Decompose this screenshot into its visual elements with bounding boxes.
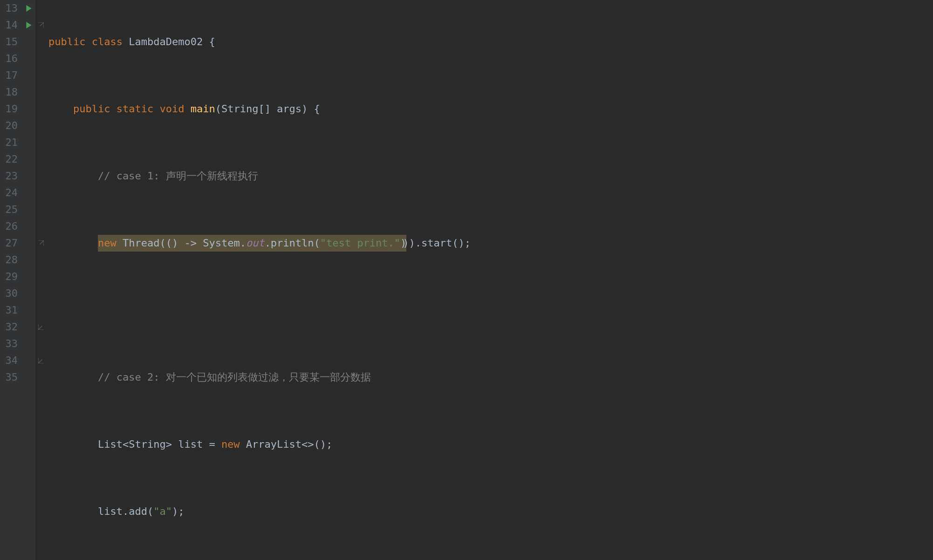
string-token: "test print." (320, 237, 400, 249)
line-number: 32 (3, 319, 18, 335)
code-text: .println( (265, 237, 320, 249)
keyword-token: public (48, 34, 85, 50)
code-text: Thread(() -> System. (123, 237, 246, 249)
code-line[interactable]: // case 1: 声明一个新线程执行 (48, 168, 933, 184)
code-line[interactable]: List<String> list = new ArrayList<>(); (48, 436, 933, 453)
line-number: 13 (3, 0, 18, 17)
line-number: 14 (3, 17, 18, 34)
class-name-token: LambdaDemo02 (129, 34, 203, 50)
fold-close-icon[interactable] (35, 319, 47, 335)
keyword-token: new (98, 237, 117, 249)
code-text: ArrayList<>(); (240, 436, 333, 453)
line-number: 16 (3, 50, 18, 67)
run-line-icon[interactable] (22, 0, 35, 17)
code-line[interactable] (48, 302, 933, 319)
line-number: 27 (3, 235, 18, 252)
brace-token: { (209, 34, 215, 50)
fold-close-icon[interactable] (35, 352, 47, 369)
code-text: List<String> list = (98, 436, 221, 453)
run-line-icon[interactable] (22, 17, 35, 34)
line-number: 28 (3, 252, 18, 268)
keyword-token: public (73, 101, 110, 117)
code-area[interactable]: public class LambdaDemo02 { public stati… (47, 0, 933, 560)
keyword-token: new (221, 436, 240, 453)
svg-marker-1 (26, 22, 31, 28)
code-line[interactable]: public static void main(String[] args) { (48, 101, 933, 117)
line-number: 30 (3, 285, 18, 302)
code-line[interactable]: // case 2: 对一个已知的列表做过滤，只要某一部分数据 (48, 369, 933, 386)
line-number: 31 (3, 302, 18, 319)
fold-open-icon[interactable] (35, 235, 47, 252)
keyword-token: static (117, 101, 153, 117)
line-number: 21 (3, 134, 18, 151)
line-number: 22 (3, 151, 18, 168)
keyword-token: void (159, 101, 184, 117)
run-gutter (22, 0, 35, 560)
svg-marker-0 (26, 5, 31, 12)
code-line[interactable]: public class LambdaDemo02 { (48, 34, 933, 50)
field-token: out (246, 237, 265, 249)
line-number: 19 (3, 101, 18, 117)
code-line[interactable]: list.add("a"); (48, 503, 933, 520)
line-number: 17 (3, 67, 18, 84)
method-name-token: main (191, 101, 215, 117)
comment-token: // case 2: 对一个已知的列表做过滤，只要某一部分数据 (98, 369, 371, 386)
line-number: 24 (3, 184, 18, 201)
line-number: 26 (3, 218, 18, 235)
line-number: 20 (3, 117, 18, 134)
comment-token: // case 1: 声明一个新线程执行 (98, 168, 258, 184)
code-line[interactable]: new Thread(() -> System.out.println("tes… (48, 235, 933, 252)
line-number: 25 (3, 201, 18, 218)
fold-gutter (35, 0, 47, 560)
line-number: 29 (3, 268, 18, 285)
line-number: 33 (3, 335, 18, 352)
line-number: 18 (3, 84, 18, 101)
line-number: 23 (3, 168, 18, 184)
keyword-token: class (92, 34, 123, 50)
code-text: )).start(); (403, 235, 471, 252)
line-number: 15 (3, 34, 18, 50)
signature-token: (String[] args) { (215, 101, 320, 117)
code-text: ); (172, 503, 185, 520)
fold-open-icon[interactable] (35, 17, 47, 34)
code-editor[interactable]: 13 14 15 16 17 18 19 20 21 22 23 24 25 2… (0, 0, 933, 560)
line-number-gutter: 13 14 15 16 17 18 19 20 21 22 23 24 25 2… (0, 0, 22, 560)
line-number: 35 (3, 369, 18, 386)
code-text: list.add( (98, 503, 153, 520)
line-number: 34 (3, 352, 18, 369)
string-token: "a" (153, 503, 172, 520)
